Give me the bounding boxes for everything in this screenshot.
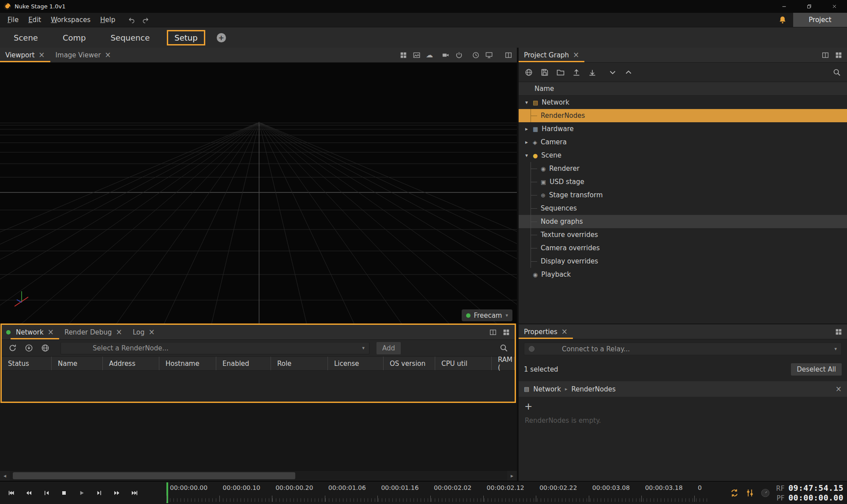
column-header-license[interactable]: License [328, 357, 384, 370]
play-button[interactable] [74, 485, 89, 501]
close-icon[interactable]: × [116, 328, 122, 336]
close-icon[interactable]: × [836, 385, 842, 393]
tab-viewport[interactable]: Viewport × [0, 48, 50, 62]
render-gauge-icon[interactable] [760, 488, 770, 498]
tree-item-usd-stage[interactable]: ▣USD stage [519, 175, 847, 188]
search-icon[interactable] [832, 68, 841, 77]
tree-item-camera[interactable]: ▸◈Camera [519, 135, 847, 149]
expander-icon[interactable]: ▸ [523, 139, 530, 145]
stop-button[interactable] [56, 485, 71, 501]
viewport-3d[interactable]: Freecam ▾ [0, 63, 517, 323]
tab-log[interactable]: Log × [128, 325, 160, 339]
horizontal-scrollbar[interactable]: ◂ ▸ [0, 470, 517, 481]
download-icon[interactable] [588, 68, 597, 77]
power-icon[interactable] [455, 51, 463, 59]
undo-icon[interactable] [128, 16, 136, 24]
render-table-body[interactable] [2, 371, 515, 402]
rewind-button[interactable] [21, 485, 36, 501]
scrollbar-track[interactable] [10, 471, 507, 481]
scroll-right-icon[interactable]: ▸ [507, 473, 517, 479]
close-icon[interactable]: × [105, 51, 111, 59]
menu-workspaces[interactable]: Workspaces [46, 16, 95, 24]
close-icon[interactable]: × [48, 328, 54, 336]
close-button[interactable] [822, 0, 847, 13]
scrollbar-thumb[interactable] [13, 472, 295, 479]
search-icon[interactable] [499, 343, 508, 353]
quad-view-icon[interactable] [399, 51, 407, 59]
workspace-tab-sequence[interactable]: Sequence [103, 30, 157, 45]
close-icon[interactable]: × [573, 51, 579, 59]
tree-item-display-overrides[interactable]: Display overrides [519, 255, 847, 268]
tab-render-debug[interactable]: Render Debug × [59, 325, 128, 339]
save-icon[interactable] [540, 68, 549, 77]
fast-forward-button[interactable] [109, 485, 124, 501]
tab-project-graph[interactable]: Project Graph × [519, 48, 584, 62]
expander-icon[interactable]: ▾ [523, 99, 530, 105]
tab-network[interactable]: Network × [11, 325, 59, 339]
go-to-start-button[interactable] [4, 485, 18, 501]
chevron-down-icon[interactable]: ▾ [505, 312, 508, 318]
fetch-nodes-icon[interactable] [24, 343, 34, 353]
notifications-bell-icon[interactable] [778, 15, 787, 24]
sync-clock-icon[interactable] [472, 51, 480, 59]
cloud-icon[interactable]: ☁ [426, 52, 433, 59]
project-selector[interactable]: Project [793, 13, 847, 27]
wipe-compare-icon[interactable] [413, 51, 421, 59]
tree-item-scene[interactable]: ▾●Scene [519, 149, 847, 162]
tab-image-viewer[interactable]: Image Viewer × [50, 48, 117, 62]
redo-icon[interactable] [142, 16, 149, 24]
tree-item-network[interactable]: ▾▤Network [519, 96, 847, 109]
column-header-cpu-util[interactable]: CPU util [435, 357, 492, 370]
breadcrumb-current[interactable]: RenderNodes [571, 385, 615, 393]
tree-item-camera-overrides[interactable]: Camera overrides [519, 241, 847, 255]
publish-icon[interactable] [524, 68, 533, 77]
columns-layout-icon[interactable] [821, 51, 829, 59]
refresh-icon[interactable] [8, 343, 17, 353]
column-header-address[interactable]: Address [103, 357, 159, 370]
tree-item-playback[interactable]: ◉Playback [519, 268, 847, 281]
tree-name-column-header[interactable]: Name [519, 82, 847, 96]
tab-properties[interactable]: Properties × [519, 324, 573, 339]
add-button[interactable]: Add [376, 342, 401, 354]
panel-grid-icon[interactable] [502, 328, 510, 336]
display-output-icon[interactable] [485, 51, 493, 59]
tree-item-stage-transform[interactable]: ⊕Stage transform [519, 188, 847, 202]
upload-icon[interactable] [572, 68, 581, 77]
breadcrumb-root[interactable]: Network [533, 385, 561, 393]
expander-icon[interactable]: ▾ [523, 152, 530, 158]
minimize-button[interactable] [772, 0, 797, 13]
collapse-all-icon[interactable] [608, 68, 617, 77]
workspace-tab-scene[interactable]: Scene [6, 30, 45, 45]
tree-item-node-graphs[interactable]: Node graphs [519, 215, 847, 228]
add-item-icon[interactable]: + [524, 401, 532, 412]
mixer-icon[interactable] [745, 488, 755, 498]
camera-view-icon[interactable] [442, 51, 450, 59]
expand-all-icon[interactable] [624, 68, 633, 77]
tree-item-hardware[interactable]: ▸▦Hardware [519, 122, 847, 135]
camera-selector[interactable]: Freecam ▾ [462, 309, 512, 321]
menu-file[interactable]: File [3, 16, 23, 24]
next-frame-button[interactable] [92, 485, 106, 501]
menu-edit[interactable]: Edit [23, 16, 46, 24]
relay-dropdown[interactable]: Connect to a Relay... ▾ [524, 342, 842, 355]
open-folder-icon[interactable] [556, 68, 565, 77]
column-header-status[interactable]: Status [2, 357, 52, 370]
column-header-role[interactable]: Role [271, 357, 328, 370]
add-workspace-icon[interactable]: + [217, 33, 226, 42]
column-header-hostname[interactable]: Hostname [159, 357, 216, 370]
close-icon[interactable]: × [148, 328, 154, 336]
column-header-os-version[interactable]: OS version [384, 357, 435, 370]
panel-grid-icon[interactable] [835, 51, 843, 59]
timeline-ruler[interactable]: 00:00:00.0000:00:00.1000:00:00.2000:00:0… [166, 481, 708, 504]
loop-playback-icon[interactable] [730, 488, 739, 498]
deselect-all-button[interactable]: Deselect All [791, 363, 842, 376]
tree-item-renderer[interactable]: ◉Renderer [519, 162, 847, 175]
rendernode-dropdown[interactable]: Select a RenderNode... ▾ [60, 342, 369, 354]
columns-layout-icon[interactable] [489, 328, 497, 336]
menu-help[interactable]: Help [95, 16, 120, 24]
scroll-left-icon[interactable]: ◂ [0, 473, 10, 479]
expander-icon[interactable]: ▸ [523, 126, 530, 132]
tree-item-texture-overrides[interactable]: Texture overrides [519, 228, 847, 241]
restore-button[interactable] [797, 0, 822, 13]
workspace-tab-setup[interactable]: Setup [167, 30, 205, 45]
